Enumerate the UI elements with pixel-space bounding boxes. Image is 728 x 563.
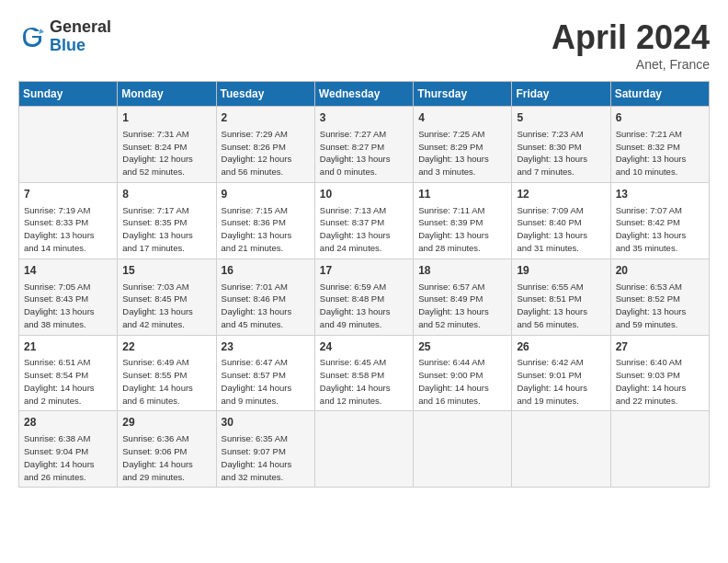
page-header: General Blue April 2024 Anet, France xyxy=(18,18,710,72)
calendar-cell: 15Sunrise: 7:03 AM Sunset: 8:45 PM Dayli… xyxy=(118,259,216,335)
day-info: Sunrise: 6:38 AM Sunset: 9:04 PM Dayligh… xyxy=(24,432,112,483)
day-info: Sunrise: 7:19 AM Sunset: 8:33 PM Dayligh… xyxy=(24,204,112,255)
calendar-cell: 2Sunrise: 7:29 AM Sunset: 8:26 PM Daylig… xyxy=(216,107,314,183)
day-number: 27 xyxy=(616,339,704,355)
calendar-cell: 4Sunrise: 7:25 AM Sunset: 8:29 PM Daylig… xyxy=(414,107,512,183)
calendar-table: SundayMondayTuesdayWednesdayThursdayFrid… xyxy=(18,81,710,488)
logo-blue-text: Blue xyxy=(50,37,111,55)
day-info: Sunrise: 7:05 AM Sunset: 8:43 PM Dayligh… xyxy=(24,281,112,331)
day-info: Sunrise: 7:29 AM Sunset: 8:26 PM Dayligh… xyxy=(222,128,310,178)
day-info: Sunrise: 6:57 AM Sunset: 8:49 PM Dayligh… xyxy=(418,281,506,331)
calendar-cell: 30Sunrise: 6:35 AM Sunset: 9:07 PM Dayli… xyxy=(216,411,314,488)
header-friday: Friday xyxy=(512,82,610,107)
day-info: Sunrise: 6:55 AM Sunset: 8:51 PM Dayligh… xyxy=(517,281,605,331)
calendar-header-row: SundayMondayTuesdayWednesdayThursdayFrid… xyxy=(19,82,710,107)
calendar-cell: 8Sunrise: 7:17 AM Sunset: 8:35 PM Daylig… xyxy=(118,182,216,259)
header-sunday: Sunday xyxy=(19,82,118,107)
day-number: 20 xyxy=(616,263,704,279)
calendar-cell: 20Sunrise: 6:53 AM Sunset: 8:52 PM Dayli… xyxy=(610,259,709,335)
day-info: Sunrise: 6:44 AM Sunset: 9:00 PM Dayligh… xyxy=(418,356,506,407)
day-number: 25 xyxy=(418,339,506,355)
calendar-cell: 11Sunrise: 7:11 AM Sunset: 8:39 PM Dayli… xyxy=(414,182,512,259)
day-info: Sunrise: 6:47 AM Sunset: 8:57 PM Dayligh… xyxy=(222,356,310,407)
day-number: 14 xyxy=(24,263,112,279)
calendar-cell: 26Sunrise: 6:42 AM Sunset: 9:01 PM Dayli… xyxy=(512,335,610,411)
calendar-cell: 22Sunrise: 6:49 AM Sunset: 8:55 PM Dayli… xyxy=(118,335,216,411)
day-number: 30 xyxy=(222,415,310,431)
logo: General Blue xyxy=(18,18,111,55)
day-info: Sunrise: 6:36 AM Sunset: 9:06 PM Dayligh… xyxy=(122,432,210,483)
location-label: Anet, France xyxy=(552,57,710,72)
title-block: April 2024 Anet, France xyxy=(552,18,710,72)
calendar-cell: 25Sunrise: 6:44 AM Sunset: 9:00 PM Dayli… xyxy=(414,335,512,411)
day-info: Sunrise: 7:15 AM Sunset: 8:36 PM Dayligh… xyxy=(222,204,310,255)
day-number: 3 xyxy=(320,110,408,126)
calendar-cell xyxy=(414,411,512,488)
logo-icon xyxy=(18,23,46,51)
calendar-cell: 21Sunrise: 6:51 AM Sunset: 8:54 PM Dayli… xyxy=(19,335,118,411)
calendar-cell: 12Sunrise: 7:09 AM Sunset: 8:40 PM Dayli… xyxy=(512,182,610,259)
calendar-cell xyxy=(610,411,709,488)
header-tuesday: Tuesday xyxy=(216,82,314,107)
day-info: Sunrise: 7:03 AM Sunset: 8:45 PM Dayligh… xyxy=(122,281,210,331)
day-info: Sunrise: 6:40 AM Sunset: 9:03 PM Dayligh… xyxy=(616,356,704,407)
day-number: 29 xyxy=(122,415,210,431)
day-info: Sunrise: 7:25 AM Sunset: 8:29 PM Dayligh… xyxy=(418,128,506,178)
day-info: Sunrise: 7:27 AM Sunset: 8:27 PM Dayligh… xyxy=(320,128,408,178)
day-info: Sunrise: 7:01 AM Sunset: 8:46 PM Dayligh… xyxy=(222,281,310,331)
day-number: 24 xyxy=(320,339,408,355)
calendar-cell xyxy=(19,107,118,183)
day-number: 6 xyxy=(616,110,704,126)
calendar-week-4: 21Sunrise: 6:51 AM Sunset: 8:54 PM Dayli… xyxy=(19,335,710,411)
calendar-week-1: 1Sunrise: 7:31 AM Sunset: 8:24 PM Daylig… xyxy=(19,107,710,183)
calendar-cell: 23Sunrise: 6:47 AM Sunset: 8:57 PM Dayli… xyxy=(216,335,314,411)
logo-text: General Blue xyxy=(50,18,111,55)
day-info: Sunrise: 6:45 AM Sunset: 8:58 PM Dayligh… xyxy=(320,356,408,407)
calendar-week-5: 28Sunrise: 6:38 AM Sunset: 9:04 PM Dayli… xyxy=(19,411,710,488)
day-number: 7 xyxy=(24,187,112,202)
day-number: 10 xyxy=(320,187,408,202)
calendar-cell: 13Sunrise: 7:07 AM Sunset: 8:42 PM Dayli… xyxy=(610,182,709,259)
day-number: 13 xyxy=(616,187,704,202)
calendar-cell: 1Sunrise: 7:31 AM Sunset: 8:24 PM Daylig… xyxy=(118,107,216,183)
header-wednesday: Wednesday xyxy=(314,82,413,107)
day-info: Sunrise: 6:42 AM Sunset: 9:01 PM Dayligh… xyxy=(517,356,605,407)
day-info: Sunrise: 6:59 AM Sunset: 8:48 PM Dayligh… xyxy=(320,281,408,331)
calendar-cell: 5Sunrise: 7:23 AM Sunset: 8:30 PM Daylig… xyxy=(512,107,610,183)
day-number: 12 xyxy=(517,187,605,202)
calendar-cell xyxy=(512,411,610,488)
day-number: 2 xyxy=(222,110,310,126)
header-saturday: Saturday xyxy=(610,82,709,107)
header-monday: Monday xyxy=(118,82,216,107)
day-info: Sunrise: 7:13 AM Sunset: 8:37 PM Dayligh… xyxy=(320,204,408,255)
logo-general-text: General xyxy=(50,18,111,37)
day-number: 8 xyxy=(122,187,210,202)
calendar-cell: 29Sunrise: 6:36 AM Sunset: 9:06 PM Dayli… xyxy=(118,411,216,488)
calendar-cell: 24Sunrise: 6:45 AM Sunset: 8:58 PM Dayli… xyxy=(314,335,413,411)
day-info: Sunrise: 7:31 AM Sunset: 8:24 PM Dayligh… xyxy=(122,128,210,178)
calendar-cell: 18Sunrise: 6:57 AM Sunset: 8:49 PM Dayli… xyxy=(414,259,512,335)
day-info: Sunrise: 6:53 AM Sunset: 8:52 PM Dayligh… xyxy=(616,281,704,331)
day-info: Sunrise: 7:11 AM Sunset: 8:39 PM Dayligh… xyxy=(418,204,506,255)
calendar-cell: 17Sunrise: 6:59 AM Sunset: 8:48 PM Dayli… xyxy=(314,259,413,335)
calendar-cell: 19Sunrise: 6:55 AM Sunset: 8:51 PM Dayli… xyxy=(512,259,610,335)
day-number: 15 xyxy=(122,263,210,279)
day-number: 21 xyxy=(24,339,112,355)
calendar-cell: 28Sunrise: 6:38 AM Sunset: 9:04 PM Dayli… xyxy=(19,411,118,488)
day-info: Sunrise: 7:21 AM Sunset: 8:32 PM Dayligh… xyxy=(616,128,704,178)
day-number: 26 xyxy=(517,339,605,355)
day-info: Sunrise: 7:23 AM Sunset: 8:30 PM Dayligh… xyxy=(517,128,605,178)
day-number: 18 xyxy=(418,263,506,279)
day-number: 1 xyxy=(122,110,210,126)
calendar-cell xyxy=(314,411,413,488)
day-number: 22 xyxy=(122,339,210,355)
header-thursday: Thursday xyxy=(414,82,512,107)
calendar-cell: 10Sunrise: 7:13 AM Sunset: 8:37 PM Dayli… xyxy=(314,182,413,259)
calendar-cell: 9Sunrise: 7:15 AM Sunset: 8:36 PM Daylig… xyxy=(216,182,314,259)
day-number: 5 xyxy=(517,110,605,126)
day-info: Sunrise: 7:17 AM Sunset: 8:35 PM Dayligh… xyxy=(122,204,210,255)
day-info: Sunrise: 6:51 AM Sunset: 8:54 PM Dayligh… xyxy=(24,356,112,407)
calendar-cell: 6Sunrise: 7:21 AM Sunset: 8:32 PM Daylig… xyxy=(610,107,709,183)
day-info: Sunrise: 7:09 AM Sunset: 8:40 PM Dayligh… xyxy=(517,204,605,255)
day-number: 9 xyxy=(222,187,310,202)
